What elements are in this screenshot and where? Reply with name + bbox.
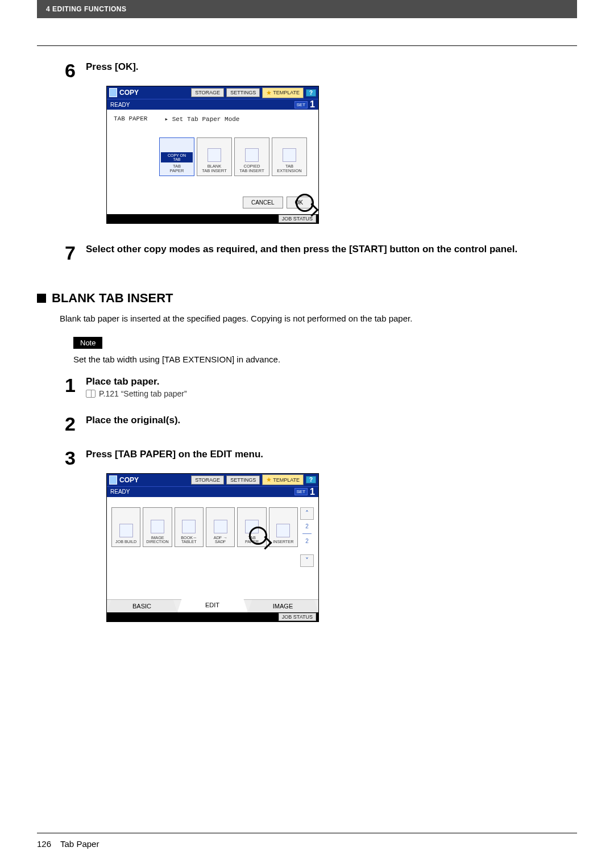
shot2-titlebar: COPY STORAGE SETTINGS ★TEMPLATE ? xyxy=(107,474,318,486)
book-icon xyxy=(86,390,96,398)
step-number: 1 xyxy=(37,375,76,399)
option-copied-tab-insert[interactable]: COPIED TAB INSERT xyxy=(234,137,269,176)
shot2-statusbar: READY SET 1 xyxy=(107,486,318,497)
page-scroll: ˄ 2 2 ˅ xyxy=(300,507,314,567)
shot1-statusbar: READY SET 1 xyxy=(107,99,318,110)
option-book-tablet[interactable]: BOOK↔ TABLET xyxy=(175,507,204,547)
tab-extension-icon xyxy=(283,148,296,162)
copied-tab-icon xyxy=(245,148,259,162)
step-number: 6 xyxy=(37,61,76,80)
page-current: 2 xyxy=(305,523,309,529)
storage-button[interactable]: STORAGE xyxy=(191,88,224,97)
step-reference: P.121 “Setting tab paper” xyxy=(86,389,577,399)
settings-button[interactable]: SETTINGS xyxy=(226,475,260,485)
option-copy-on-tab-bottom: TAB PAPER xyxy=(170,164,184,173)
option-tab-paper[interactable]: TAB PAPER xyxy=(237,507,266,547)
section-title: BLANK TAB INSERT xyxy=(52,291,173,306)
panel-label: TAB PAPER xyxy=(114,115,147,123)
tab-edit[interactable]: EDIT xyxy=(177,599,248,612)
job-build-icon xyxy=(119,524,133,537)
help-button[interactable]: ? xyxy=(306,476,316,483)
step-title: Place the original(s). xyxy=(86,414,577,427)
screenshot-tab-paper-mode: COPY STORAGE SETTINGS ★TEMPLATE ? READY … xyxy=(106,86,319,224)
book-tablet-icon xyxy=(182,520,196,533)
section-heading: BLANK TAB INSERT xyxy=(37,291,577,306)
footer-title: Tab Paper xyxy=(60,839,99,849)
chapter-header: 4 EDITING FUNCTIONS xyxy=(37,0,577,18)
option-adf-sadf[interactable]: ADF → SADF xyxy=(206,507,235,547)
settings-button[interactable]: SETTINGS xyxy=(226,88,260,97)
option-label: INSERTER xyxy=(273,540,293,544)
copy-icon xyxy=(109,88,117,97)
help-button[interactable]: ? xyxy=(306,89,316,97)
tab-image[interactable]: IMAGE xyxy=(248,600,318,612)
tab-paper-icon xyxy=(245,520,259,533)
star-icon: ★ xyxy=(266,476,272,483)
substep-2: 2 Place the original(s). xyxy=(37,414,577,433)
substep-1: 1 Place tab paper. P.121 “Setting tab pa… xyxy=(37,375,577,399)
option-copy-on-tab-top: COPY ON TAB xyxy=(161,152,193,163)
image-direction-icon xyxy=(151,520,164,533)
substep-3: 3 Press [TAB PAPER] on the EDIT menu. xyxy=(37,448,577,468)
shot2-tabs: BASIC EDIT IMAGE xyxy=(107,599,318,612)
blank-tab-icon xyxy=(208,148,221,162)
step-number: 2 xyxy=(37,414,76,433)
template-button[interactable]: ★TEMPLATE xyxy=(262,87,304,98)
template-label: TEMPLATE xyxy=(273,90,300,95)
template-button[interactable]: ★TEMPLATE xyxy=(262,474,304,485)
scroll-down-button[interactable]: ˅ xyxy=(300,554,314,567)
step-number: 3 xyxy=(37,448,76,468)
panel-hint: ▸ Set Tab Paper Mode xyxy=(164,115,239,123)
adf-sadf-icon xyxy=(214,520,227,533)
note-text: Set the tab width using [TAB EXTENSION] … xyxy=(73,354,577,364)
tab-basic[interactable]: BASIC xyxy=(107,600,177,612)
option-label: IMAGE DIRECTION xyxy=(146,536,169,544)
cancel-button[interactable]: CANCEL xyxy=(243,197,283,208)
option-copy-on-tab[interactable]: COPY ON TAB TAB PAPER xyxy=(159,137,194,176)
option-label: TAB PAPER xyxy=(245,536,259,544)
option-copied-label: COPIED TAB INSERT xyxy=(239,164,264,173)
option-label: ADF → SADF xyxy=(214,536,227,544)
shot2-body: JOB BUILD IMAGE DIRECTION BOOK↔ TABLET A… xyxy=(107,497,318,599)
option-tab-ext-label: TAB EXTENSION xyxy=(277,164,301,173)
option-inserter[interactable]: INSERTER xyxy=(269,507,298,547)
breadcrumb-text: 4 EDITING FUNCTIONS xyxy=(46,5,127,13)
shot2-title: COPY xyxy=(119,476,139,484)
scroll-up-button[interactable]: ˄ xyxy=(300,507,314,520)
step-title: Press [OK]. xyxy=(86,61,577,74)
reference-text: P.121 “Setting tab paper” xyxy=(99,389,187,399)
option-blank-tab-insert[interactable]: BLANK TAB INSERT xyxy=(197,137,232,176)
status-set: SET xyxy=(294,488,308,495)
option-image-direction[interactable]: IMAGE DIRECTION xyxy=(143,507,172,547)
status-set: SET xyxy=(294,101,308,108)
copy-icon xyxy=(109,475,117,485)
step-title: Press [TAB PAPER] on the EDIT menu. xyxy=(86,448,577,461)
note-badge: Note xyxy=(73,337,102,349)
step-6: 6 Press [OK]. xyxy=(37,61,577,80)
shot1-title: COPY xyxy=(119,89,139,97)
page-number: 126 xyxy=(37,839,51,849)
option-blank-label: BLANK TAB INSERT xyxy=(202,164,226,173)
job-status-button[interactable]: JOB STATUS xyxy=(279,215,316,223)
inserter-icon xyxy=(276,524,290,537)
shot1-body: TAB PAPER ▸ Set Tab Paper Mode COPY ON T… xyxy=(107,110,318,214)
ok-button[interactable]: OK xyxy=(287,197,312,208)
option-job-build[interactable]: JOB BUILD xyxy=(111,507,140,547)
section-desc: Blank tab paper is inserted at the speci… xyxy=(60,314,577,323)
screenshot-edit-menu: COPY STORAGE SETTINGS ★TEMPLATE ? READY … xyxy=(106,473,319,622)
page-footer: 126 Tab Paper xyxy=(37,833,577,849)
page-body: 6 Press [OK]. COPY STORAGE SETTINGS ★TEM… xyxy=(37,18,577,868)
storage-button[interactable]: STORAGE xyxy=(191,475,224,485)
star-icon: ★ xyxy=(266,89,272,97)
page-divider xyxy=(302,533,312,534)
step-title: Select other copy modes as required, and… xyxy=(86,243,577,256)
shot1-job-status-bar: JOB STATUS xyxy=(107,214,318,223)
option-label: BOOK↔ TABLET xyxy=(181,536,197,544)
step-number: 7 xyxy=(37,243,76,262)
page-total: 2 xyxy=(305,538,309,544)
shot2-job-status-bar: JOB STATUS xyxy=(107,612,318,621)
job-status-button[interactable]: JOB STATUS xyxy=(279,613,316,621)
square-bullet-icon xyxy=(37,294,46,303)
option-tab-extension[interactable]: TAB EXTENSION xyxy=(272,137,307,176)
status-count: 1 xyxy=(310,99,315,110)
